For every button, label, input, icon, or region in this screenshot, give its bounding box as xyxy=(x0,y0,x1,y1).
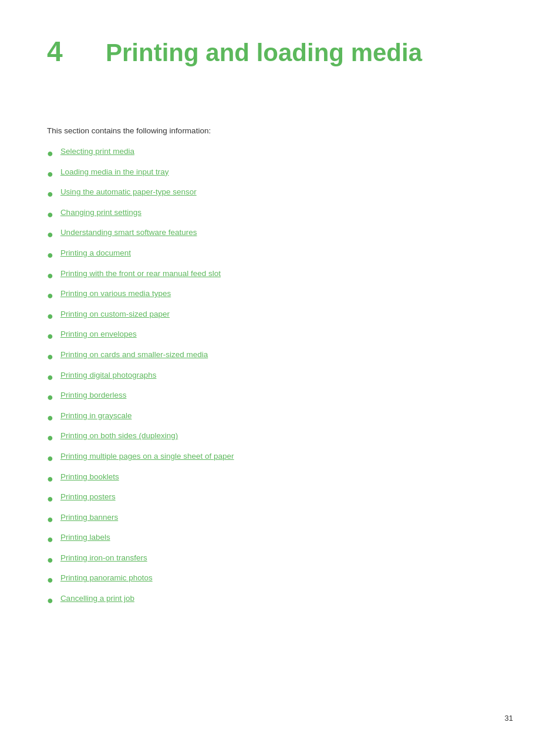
toc-link-3[interactable]: Changing print settings xyxy=(60,208,141,217)
list-item: ●Printing a document xyxy=(47,248,513,262)
bullet-icon: ● xyxy=(47,574,53,587)
toc-link-0[interactable]: Selecting print media xyxy=(60,147,134,156)
bullet-icon: ● xyxy=(47,310,53,323)
chapter-title: Printing and loading media xyxy=(106,39,422,67)
list-item: ●Printing booklets xyxy=(47,472,513,486)
toc-link-11[interactable]: Printing digital photographs xyxy=(60,371,157,379)
list-item: ●Selecting print media xyxy=(47,147,513,160)
toc-link-13[interactable]: Printing in grayscale xyxy=(60,411,132,420)
toc-link-20[interactable]: Printing iron-on transfers xyxy=(60,553,147,562)
list-item: ●Printing with the front or rear manual … xyxy=(47,269,513,283)
bullet-icon: ● xyxy=(47,493,53,506)
list-item: ●Printing multiple pages on a single she… xyxy=(47,452,513,465)
list-item: ●Changing print settings xyxy=(47,208,513,221)
intro-text: This section contains the following info… xyxy=(47,126,513,135)
bullet-icon: ● xyxy=(47,432,53,445)
list-item: ●Printing in grayscale xyxy=(47,411,513,425)
chapter-header: 4 Printing and loading media xyxy=(47,35,513,68)
list-item: ●Printing on envelopes xyxy=(47,330,513,343)
toc-link-12[interactable]: Printing borderless xyxy=(60,391,127,399)
bullet-icon: ● xyxy=(47,513,53,526)
toc-link-18[interactable]: Printing banners xyxy=(60,513,118,522)
list-item: ●Printing on both sides (duplexing) xyxy=(47,431,513,445)
toc-link-1[interactable]: Loading media in the input tray xyxy=(60,167,169,176)
bullet-icon: ● xyxy=(47,168,53,181)
toc-link-19[interactable]: Printing labels xyxy=(60,533,110,542)
list-item: ●Printing on custom-sized paper xyxy=(47,310,513,323)
bullet-icon: ● xyxy=(47,533,53,546)
toc-link-21[interactable]: Printing panoramic photos xyxy=(60,573,153,582)
bullet-icon: ● xyxy=(47,473,53,486)
bullet-icon: ● xyxy=(47,351,53,364)
bullet-icon: ● xyxy=(47,412,53,425)
toc-link-8[interactable]: Printing on custom-sized paper xyxy=(60,310,170,318)
bullet-icon: ● xyxy=(47,147,53,160)
list-item: ●Loading media in the input tray xyxy=(47,167,513,181)
list-item: ●Printing on cards and smaller-sized med… xyxy=(47,350,513,364)
list-item: ●Printing borderless xyxy=(47,391,513,404)
list-item: ●Printing panoramic photos xyxy=(47,573,513,587)
list-item: ●Using the automatic paper-type sensor xyxy=(47,187,513,201)
toc-list: ●Selecting print media●Loading media in … xyxy=(47,147,513,607)
toc-link-6[interactable]: Printing with the front or rear manual f… xyxy=(60,269,221,278)
toc-link-5[interactable]: Printing a document xyxy=(60,248,131,257)
list-item: ●Printing iron-on transfers xyxy=(47,553,513,567)
toc-link-15[interactable]: Printing multiple pages on a single shee… xyxy=(60,452,234,461)
bullet-icon: ● xyxy=(47,554,53,567)
list-item: ●Understanding smart software features xyxy=(47,228,513,241)
bullet-icon: ● xyxy=(47,371,53,384)
toc-link-2[interactable]: Using the automatic paper-type sensor xyxy=(60,187,197,196)
toc-link-17[interactable]: Printing posters xyxy=(60,492,116,501)
toc-link-22[interactable]: Cancelling a print job xyxy=(60,594,134,603)
bullet-icon: ● xyxy=(47,270,53,283)
bullet-icon: ● xyxy=(47,228,53,241)
list-item: ●Printing on various media types xyxy=(47,289,513,303)
list-item: ●Printing digital photographs xyxy=(47,371,513,384)
list-item: ●Printing banners xyxy=(47,513,513,526)
bullet-icon: ● xyxy=(47,594,53,607)
toc-link-4[interactable]: Understanding smart software features xyxy=(60,228,197,237)
toc-link-16[interactable]: Printing booklets xyxy=(60,472,119,481)
toc-link-7[interactable]: Printing on various media types xyxy=(60,289,171,298)
toc-link-14[interactable]: Printing on both sides (duplexing) xyxy=(60,431,178,440)
list-item: ●Printing posters xyxy=(47,492,513,506)
list-item: ●Printing labels xyxy=(47,533,513,546)
bullet-icon: ● xyxy=(47,290,53,303)
bullet-icon: ● xyxy=(47,330,53,343)
bullet-icon: ● xyxy=(47,188,53,201)
bullet-icon: ● xyxy=(47,452,53,465)
toc-link-10[interactable]: Printing on cards and smaller-sized medi… xyxy=(60,350,208,359)
bullet-icon: ● xyxy=(47,249,53,262)
chapter-number: 4 xyxy=(47,35,82,68)
page-number: 31 xyxy=(505,714,513,723)
toc-link-9[interactable]: Printing on envelopes xyxy=(60,330,137,338)
bullet-icon: ● xyxy=(47,391,53,404)
list-item: ●Cancelling a print job xyxy=(47,594,513,607)
page-container: 4 Printing and loading media This sectio… xyxy=(0,0,560,650)
bullet-icon: ● xyxy=(47,209,53,221)
